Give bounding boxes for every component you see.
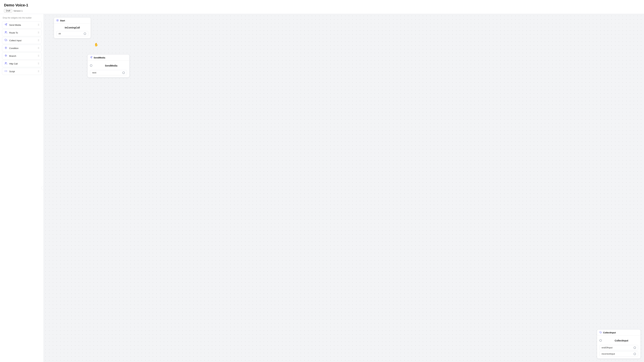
sidebar-item-send-media[interactable]: Send Media ⠿ <box>2 21 42 29</box>
collect-input-left-port[interactable] <box>600 339 602 342</box>
app-container: Demo Voice-1 Draft Version 1 Drop the wi… <box>0 0 644 362</box>
main-area: Drop the widgets into the builder Send M… <box>0 14 644 362</box>
collect-input-incorrect-label: incorrectInput <box>602 352 615 355</box>
start-node-icon <box>56 19 59 22</box>
drag-handle-send-media: ⠿ <box>38 24 39 26</box>
http-call-icon <box>4 62 8 65</box>
sidebar-collapse-button[interactable]: ‹ <box>42 186 44 190</box>
drag-handle-http-call: ⠿ <box>38 62 39 65</box>
send-media-node-port-next: next <box>90 70 127 75</box>
start-node-port-ok: ok <box>56 31 88 36</box>
sidebar-hint: Drop the widgets into the builder <box>2 17 42 19</box>
drag-handle-script: ⠿ <box>38 70 39 73</box>
start-node-title: Start <box>60 19 65 22</box>
sidebar-item-script[interactable]: Script ⠿ <box>2 68 42 75</box>
collect-input-port-end: endOfInput <box>600 345 638 350</box>
svg-marker-6 <box>5 54 7 57</box>
drag-handle-condition: ⠿ <box>38 47 39 50</box>
send-media-icon <box>4 23 8 27</box>
collect-input-node-icon <box>600 331 602 334</box>
draft-badge: Draft <box>4 9 12 13</box>
canvas[interactable]: Start InComingCall ok SendMedia <box>44 14 644 362</box>
condition-icon <box>4 47 8 50</box>
route-to-icon <box>4 31 8 34</box>
send-media-next-label: next <box>92 71 96 74</box>
collect-input-node-header: CollectInput <box>597 329 640 335</box>
collect-input-icon <box>4 39 8 42</box>
script-icon <box>4 70 8 73</box>
sidebar: Drop the widgets into the builder Send M… <box>0 14 44 362</box>
sidebar-item-label-http-call: Http Call <box>9 63 18 65</box>
send-media-node-title: SendMedia <box>94 56 105 59</box>
send-media-node-icon <box>90 56 92 59</box>
svg-point-8 <box>6 63 7 63</box>
start-node-header: Start <box>54 18 91 24</box>
top-bar: Demo Voice-1 Draft Version 1 <box>0 0 644 14</box>
start-node-body: InComingCall ok <box>54 24 91 38</box>
start-node[interactable]: Start InComingCall ok <box>54 17 91 38</box>
sidebar-item-label-branch: Branch <box>9 55 16 57</box>
collect-input-incorrect-port[interactable] <box>634 353 636 355</box>
collect-input-end-label: endOfInput <box>602 346 612 349</box>
sidebar-item-label-condition: Condition <box>9 47 18 50</box>
svg-point-3 <box>6 32 7 32</box>
collect-input-port-incorrect: incorrectInput <box>600 351 638 356</box>
branch-icon <box>4 54 8 58</box>
sidebar-item-label-script: Script <box>9 70 15 73</box>
start-ok-label: ok <box>58 32 61 35</box>
send-media-next-port[interactable] <box>122 72 125 74</box>
svg-point-7 <box>5 62 6 63</box>
send-media-node-body: SendMedia next <box>88 61 129 77</box>
send-media-node-label: SendMedia <box>95 63 127 68</box>
version-label: Version 1 <box>14 10 22 12</box>
send-media-left-port[interactable] <box>90 64 92 67</box>
sidebar-item-collect-input[interactable]: Collect Input ⠿ <box>2 37 42 44</box>
collect-input-node-title: CollectInput <box>603 331 616 334</box>
sidebar-item-branch[interactable]: Branch ⠿ <box>2 52 42 59</box>
sidebar-item-route-to[interactable]: Route To ⠿ <box>2 29 42 36</box>
app-title: Demo Voice-1 <box>4 3 640 8</box>
drag-handle-branch: ⠿ <box>38 55 39 57</box>
send-media-node-header: SendMedia <box>88 55 129 61</box>
drag-handle-collect-input: ⠿ <box>38 39 39 42</box>
svg-marker-5 <box>5 47 7 49</box>
start-ok-port[interactable] <box>84 33 86 35</box>
sidebar-item-label-send-media: Send Media <box>9 24 21 26</box>
collect-input-node-body: CollectInput endOfInput incorrectInput <box>597 335 640 358</box>
sidebar-item-http-call[interactable]: Http Call ⠿ <box>2 60 42 67</box>
svg-point-2 <box>5 31 6 32</box>
version-bar: Draft Version 1 <box>4 9 640 13</box>
cursor-hand: ✋ <box>94 43 98 47</box>
collect-input-node-label: CollectInput <box>605 338 638 343</box>
send-media-node[interactable]: SendMedia SendMedia next <box>88 54 130 77</box>
sidebar-item-label-collect-input: Collect Input <box>9 39 21 42</box>
collect-input-end-port[interactable] <box>634 346 636 349</box>
svg-point-10 <box>57 20 58 21</box>
sidebar-item-condition[interactable]: Condition ⠿ <box>2 45 42 52</box>
drag-handle-route-to: ⠿ <box>38 31 39 34</box>
start-node-label: InComingCall <box>56 25 88 30</box>
sidebar-item-label-route-to: Route To <box>9 32 18 34</box>
collect-input-node[interactable]: CollectInput CollectInput endOfInput inc… <box>597 329 641 359</box>
